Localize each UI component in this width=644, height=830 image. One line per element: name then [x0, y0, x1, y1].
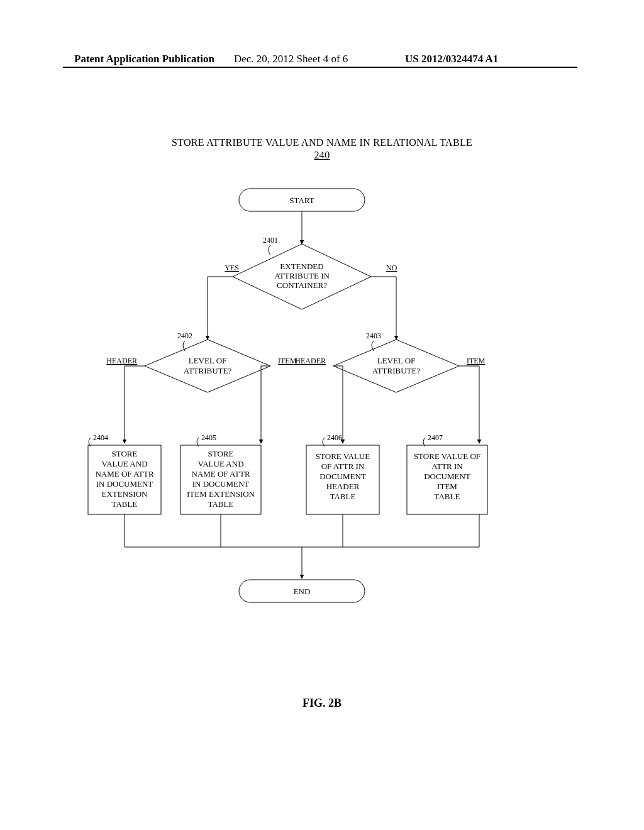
- svg-text:TABLE: TABLE: [112, 499, 138, 509]
- svg-text:STORE VALUE OF: STORE VALUE OF: [414, 451, 480, 461]
- svg-text:DOCUMENT: DOCUMENT: [319, 472, 366, 481]
- label-header-2402: HEADER: [106, 357, 137, 365]
- process-doc-header: STORE VALUE OF ATTR IN DOCUMENT HEADER T…: [306, 445, 379, 514]
- svg-text:TABLE: TABLE: [208, 499, 234, 509]
- process-doc-extension: STORE VALUE AND NAME OF ATTR IN DOCUMENT…: [88, 445, 161, 514]
- svg-text:ATTRIBUTE IN: ATTRIBUTE IN: [274, 271, 330, 280]
- svg-text:2403: 2403: [366, 331, 381, 340]
- header-left: Patent Application Publication: [74, 53, 214, 65]
- svg-text:IN DOCUMENT: IN DOCUMENT: [96, 479, 153, 489]
- svg-text:EXTENSION: EXTENSION: [102, 489, 148, 499]
- diagram-title-ref: 240: [0, 150, 644, 161]
- diagram-title: STORE ATTRIBUTE VALUE AND NAME IN RELATI…: [0, 137, 644, 161]
- svg-text:ATTRIBUTE?: ATTRIBUTE?: [184, 366, 232, 375]
- ref-2407: 2407: [423, 433, 443, 446]
- decision-level-right: LEVEL OF ATTRIBUTE?: [333, 340, 459, 392]
- edge-p4-merge: [125, 514, 302, 547]
- edge-d3-header: [333, 366, 343, 443]
- svg-text:2404: 2404: [93, 433, 108, 442]
- svg-text:STORE VALUE: STORE VALUE: [316, 451, 370, 461]
- svg-text:STORE: STORE: [112, 449, 138, 458]
- ref-2405: 2405: [197, 433, 216, 446]
- svg-text:ATTR IN: ATTR IN: [431, 462, 463, 471]
- edge-d2-item: [261, 366, 270, 443]
- svg-text:2401: 2401: [263, 236, 278, 245]
- svg-text:IN DOCUMENT: IN DOCUMENT: [192, 479, 250, 489]
- start-node: START: [239, 189, 365, 211]
- figure-caption: FIG. 2B: [0, 697, 644, 710]
- ref-2404: 2404: [89, 433, 108, 446]
- svg-text:2407: 2407: [428, 433, 443, 442]
- decision-level-left: LEVEL OF ATTRIBUTE?: [145, 340, 270, 392]
- svg-text:TABLE: TABLE: [435, 492, 460, 501]
- label-no: NO: [386, 263, 397, 272]
- svg-text:START: START: [289, 196, 314, 205]
- end-node: END: [239, 580, 365, 602]
- edge-p7-merge: [302, 514, 479, 547]
- edge-d1-yes: [208, 277, 233, 340]
- label-item-2403: ITEM: [467, 357, 486, 365]
- edge-d1-no: [371, 277, 396, 340]
- svg-text:END: END: [294, 587, 311, 596]
- svg-text:EXTENDED: EXTENDED: [280, 262, 323, 271]
- edge-d2-header: [125, 366, 145, 443]
- svg-text:CONTAINER?: CONTAINER?: [277, 280, 327, 290]
- header-right: US 2012/0324474 A1: [405, 53, 498, 65]
- flowchart: START EXTENDED ATTRIBUTE IN CONTAINER? 2…: [0, 163, 644, 641]
- diagram-title-text: STORE ATTRIBUTE VALUE AND NAME IN RELATI…: [0, 137, 644, 148]
- svg-text:VALUE AND: VALUE AND: [197, 459, 243, 468]
- decision-extended-attr: EXTENDED ATTRIBUTE IN CONTAINER?: [233, 244, 371, 309]
- process-item-extension: STORE VALUE AND NAME OF ATTR IN DOCUMENT…: [180, 445, 261, 514]
- svg-text:2402: 2402: [177, 331, 192, 340]
- ref-2406: 2406: [323, 433, 342, 446]
- label-header-2403: HEADER: [295, 357, 326, 365]
- svg-text:ITEM EXTENSION: ITEM EXTENSION: [187, 489, 255, 499]
- process-doc-item: STORE VALUE OF ATTR IN DOCUMENT ITEM TAB…: [407, 445, 487, 514]
- svg-text:TABLE: TABLE: [330, 492, 356, 501]
- svg-text:VALUE AND: VALUE AND: [101, 459, 147, 468]
- label-yes: YES: [225, 263, 239, 272]
- svg-text:DOCUMENT: DOCUMENT: [424, 472, 470, 481]
- svg-text:NAME OF ATTR: NAME OF ATTR: [191, 469, 250, 479]
- svg-text:ATTRIBUTE?: ATTRIBUTE?: [372, 366, 421, 375]
- edge-d3-item: [459, 366, 479, 443]
- svg-text:LEVEL OF: LEVEL OF: [189, 356, 227, 365]
- header-divider: [63, 67, 577, 68]
- ref-2401: 2401: [263, 236, 278, 255]
- svg-text:LEVEL OF: LEVEL OF: [377, 356, 416, 365]
- label-item-2402: ITEM: [278, 357, 297, 365]
- svg-text:ITEM: ITEM: [437, 482, 457, 491]
- svg-text:HEADER: HEADER: [326, 482, 360, 491]
- svg-text:OF ATTR IN: OF ATTR IN: [321, 462, 365, 471]
- svg-text:NAME OF ATTR: NAME OF ATTR: [95, 469, 154, 479]
- svg-text:2406: 2406: [327, 433, 342, 442]
- svg-text:2405: 2405: [201, 433, 216, 442]
- header-center: Dec. 20, 2012 Sheet 4 of 6: [234, 53, 348, 65]
- svg-text:STORE: STORE: [208, 449, 234, 458]
